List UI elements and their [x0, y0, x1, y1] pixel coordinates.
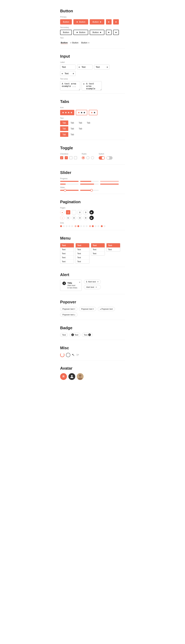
switch-off[interactable] — [106, 156, 112, 160]
textarea-wrap-2: A text area example ... — [82, 81, 102, 90]
secondary-button-3[interactable]: Button — [90, 30, 104, 35]
dot-1[interactable] — [63, 225, 65, 227]
alert-close-button[interactable]: × — [79, 281, 80, 284]
primary-label: Primary — [60, 16, 125, 18]
alert-close-3[interactable]: × — [96, 286, 97, 288]
checkbox-indeterminate[interactable]: − — [65, 156, 68, 159]
textarea-2[interactable]: A text area example ... — [82, 81, 102, 90]
dot-5[interactable] — [80, 225, 82, 227]
alert-inline-1: ℹ Alert text × — [84, 280, 101, 284]
badge-dot-1: ℹ — [72, 334, 74, 336]
page-btn-2[interactable]: 2 — [66, 210, 70, 214]
dot-2[interactable] — [66, 225, 68, 227]
tab-item-2[interactable]: Tab — [76, 120, 84, 125]
chevron-up-icon: ▴ — [100, 308, 101, 310]
text-button-arrow-left[interactable]: Button — [70, 40, 79, 45]
menu-item-2-2[interactable]: Text — [76, 252, 89, 256]
text-button-arrow-right[interactable]: Button — [81, 40, 90, 45]
page-btn-p2-2[interactable]: ② — [72, 216, 76, 220]
page-btn-p2-5[interactable]: ⑤ — [84, 216, 88, 220]
page-btn-empty[interactable] — [72, 210, 76, 214]
star-icon — [68, 111, 70, 114]
dot-active-2[interactable] — [78, 225, 79, 227]
dot-active[interactable] — [60, 225, 62, 227]
dot-semi[interactable] — [74, 225, 76, 227]
tab-item-active-3[interactable]: Tab — [60, 132, 68, 137]
tab-item-active-2[interactable]: Tab — [60, 126, 68, 131]
popover-chip-4[interactable]: Popover text ▴ — [60, 312, 78, 317]
menu-item-1-1[interactable]: Text — [60, 248, 74, 252]
switch-thumb — [107, 156, 110, 159]
page-btn-9[interactable]: 9 — [84, 210, 88, 214]
slider-2[interactable] — [80, 190, 99, 191]
dots-label: Dots — [60, 222, 125, 224]
radio-checked[interactable] — [82, 156, 85, 159]
radio-unchecked-2[interactable] — [91, 156, 94, 159]
radio-unchecked-1[interactable] — [86, 156, 90, 159]
dot-3[interactable] — [68, 225, 70, 227]
secondary-button-icon-1[interactable] — [106, 30, 112, 35]
dot-active-3[interactable] — [92, 225, 94, 227]
dot-semi-2[interactable] — [89, 225, 91, 227]
badge-dot-2: ℹ — [88, 334, 91, 336]
menu-item-2-3[interactable]: Text — [76, 256, 89, 260]
secondary-button-2[interactable]: Button — [74, 30, 88, 35]
pages-row-2: ● ① ② ③ ⑤ ▶ — [60, 216, 125, 220]
tab-item-3[interactable]: Tab — [84, 120, 93, 125]
star-icon — [94, 111, 96, 114]
dot-8[interactable] — [95, 225, 96, 227]
dot-6[interactable] — [83, 225, 85, 227]
popover-chip-1[interactable]: Popover text ▾ — [60, 307, 78, 311]
dot-10[interactable] — [104, 225, 106, 227]
menu-item-3-2[interactable]: Text — [91, 252, 105, 256]
alert-close-2[interactable]: × — [97, 280, 98, 283]
menu-item-1-3[interactable]: Text — [60, 256, 74, 260]
page-btn-prev[interactable]: ● — [60, 210, 64, 214]
dot-active-4[interactable] — [101, 225, 103, 227]
chevron-right-icon — [70, 41, 71, 44]
menu-item-2-4[interactable]: Text — [76, 260, 89, 264]
text-button-underline[interactable]: Button — [60, 40, 68, 45]
primary-button-3[interactable]: Button — [90, 19, 104, 24]
page-btn-p2-prev[interactable]: ● — [60, 216, 64, 220]
checkbox-unchecked-1[interactable] — [70, 156, 72, 159]
tab-icon-group-3[interactable] — [89, 110, 98, 115]
primary-button-icon-1[interactable] — [106, 19, 112, 24]
textarea-1[interactable]: A text area example ... — [60, 81, 80, 90]
section-title-tabs: Tabs — [60, 99, 125, 104]
primary-button-2[interactable]: Button — [74, 19, 88, 24]
popover-chip-3[interactable]: ▴ Popover text — [98, 307, 115, 311]
primary-button-icon-2[interactable] — [113, 19, 119, 24]
page-btn-p2-next[interactable]: ▶ — [90, 216, 94, 220]
tab-item-5[interactable]: Tab — [76, 126, 84, 131]
secondary-button-1[interactable]: Button — [60, 30, 72, 35]
tab-item-6[interactable]: Tab — [68, 132, 76, 137]
menu-item-2-1[interactable]: Text — [76, 248, 89, 252]
switch-on[interactable] — [99, 156, 105, 160]
menu-item-4-1[interactable]: Text — [106, 248, 120, 252]
dot-7[interactable] — [86, 225, 88, 227]
input-field-1[interactable] — [60, 64, 76, 70]
checkbox-unchecked-2[interactable] — [74, 156, 77, 159]
tab-icon-group-1[interactable] — [60, 110, 74, 115]
slider-1[interactable] — [60, 190, 78, 191]
pages-label: Pages — [60, 207, 125, 209]
menu-item-3-1[interactable]: Text — [91, 248, 105, 252]
dot-4[interactable] — [71, 225, 73, 227]
popover-chip-2[interactable]: Popover text ▾ — [79, 307, 96, 311]
tab-item-1[interactable]: Tab — [68, 120, 76, 125]
text-buttons-row: Button Button Button — [60, 40, 125, 45]
page-btn-next[interactable]: ▶ — [90, 210, 94, 214]
tab-item-active[interactable]: Tab — [60, 120, 68, 125]
dot-9[interactable] — [98, 225, 99, 227]
primary-button-1[interactable]: Button — [60, 19, 72, 24]
menu-item-1-2[interactable]: Text — [60, 252, 74, 256]
page-btn-8[interactable]: 8 — [78, 210, 82, 214]
tab-icon-group-2[interactable] — [76, 110, 87, 115]
page-btn-p2-3[interactable]: ③ — [78, 216, 82, 220]
checkbox-checked[interactable]: ✓ — [60, 156, 63, 159]
secondary-button-icon-2[interactable] — [113, 30, 119, 35]
tab-item-4[interactable]: Tab — [68, 126, 76, 131]
menu-item-1-4[interactable]: Text — [60, 260, 74, 264]
page-btn-p2-1[interactable]: ① — [66, 216, 70, 220]
